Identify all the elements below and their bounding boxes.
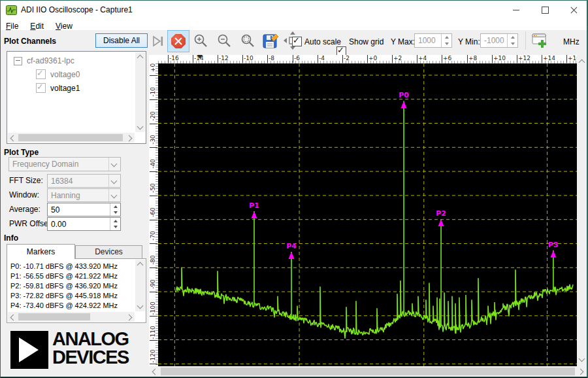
new-plot-icon <box>532 33 549 49</box>
y-max-spinner[interactable] <box>441 34 451 47</box>
disable-all-button[interactable]: Disable All <box>95 33 148 48</box>
window-combo[interactable]: Hanning <box>47 188 121 202</box>
marker-list-item[interactable]: P2: -59.81 dBFS @ 436.920 MHz <box>10 281 118 291</box>
spectrum-plot[interactable]: P0P1P2P3P4 <box>158 63 577 366</box>
markers-hscrollbar[interactable] <box>8 312 135 322</box>
y-axis-tick-label: -10 <box>150 82 157 102</box>
spectrum-trace <box>175 267 573 338</box>
y-axis-tick-label: -70 <box>150 226 157 246</box>
y-min-spinner[interactable] <box>507 34 517 47</box>
app-icon[interactable] <box>6 5 17 15</box>
adi-logo-triangle-icon <box>19 337 39 362</box>
marker-list-item[interactable]: P1: -56.55 dBFS @ 421.922 MHz <box>10 271 118 281</box>
y-axis-tick-label: -50 <box>150 179 157 198</box>
x-axis-tick-label: +4 <box>418 55 427 61</box>
marker-arrow-icon <box>438 219 444 226</box>
y-axis-tick-label: -90 <box>150 275 157 294</box>
plot-hscrollbar-thumb[interactable] <box>161 368 575 375</box>
x-axis-tick <box>492 55 493 63</box>
y-max-spinbox[interactable]: 1000 <box>414 33 452 48</box>
units-label: MHz <box>563 37 580 46</box>
stop-capture-button[interactable] <box>167 30 189 52</box>
marker-label: P1 <box>249 201 259 210</box>
tree-channel-row[interactable]: voltage1 <box>36 83 80 93</box>
y-axis-tick-label: -120 <box>150 347 157 366</box>
tree-expander-icon[interactable] <box>14 57 22 65</box>
x-axis-tick <box>367 55 368 63</box>
menu-edit[interactable]: Edit <box>24 21 50 32</box>
new-plot-button[interactable] <box>531 31 550 50</box>
x-axis-tick <box>267 55 268 63</box>
tree-channel-row[interactable]: voltage0 <box>36 69 80 79</box>
x-axis-tick-label: -6 <box>294 55 300 61</box>
close-icon <box>570 7 578 14</box>
markers-vscrollbar[interactable] <box>135 260 145 311</box>
y-axis-tick-label: -60 <box>150 203 157 222</box>
average-spin[interactable]: 50 <box>47 203 121 216</box>
x-axis-tick-label: -14 <box>194 55 204 61</box>
device-name: cf-ad9361-lpc <box>27 56 74 65</box>
marker-list[interactable]: P0: -10.71 dBFS @ 433.920 MHzP1: -56.55 … <box>10 262 118 311</box>
plot-type-value: Frequency Domain <box>12 160 78 169</box>
x-axis-tick-label: -2 <box>344 55 350 61</box>
auto-scale-checkbox[interactable] <box>292 37 302 46</box>
marker-list-item[interactable]: P0: -10.71 dBFS @ 433.920 MHz <box>10 262 118 271</box>
y-axis-tick-label: -40 <box>150 154 157 174</box>
x-axis-tick-label: -12 <box>219 55 229 61</box>
menu-view[interactable]: View <box>50 21 78 32</box>
x-axis-tick <box>542 55 542 63</box>
pwroffset-spin[interactable]: 0.00 <box>47 217 121 231</box>
plot-vscrollbar[interactable] <box>577 55 587 366</box>
channel-name: voltage1 <box>50 84 80 93</box>
adi-logo-line1: ANALOG <box>52 330 129 348</box>
minimize-button[interactable] <box>501 0 531 20</box>
window-title: ADI IIO Oscilloscope - Capture1 <box>21 5 133 14</box>
menu-bar: FileEditView <box>0 20 588 30</box>
tab-markers[interactable]: Markers <box>7 244 75 259</box>
field-value: 0.00 <box>51 220 66 229</box>
plot-x-axis: -16-14-12-10-8-6-4-2+0+2+4+6+8+10+12+14+… <box>149 55 577 63</box>
x-axis-tick <box>442 55 442 63</box>
field-label: PWR Offset: <box>9 219 52 228</box>
marker-list-item[interactable]: P3: -72.82 dBFS @ 445.918 MHz <box>10 291 118 301</box>
x-axis-tick <box>293 55 293 63</box>
y-axis-tick-label: -20 <box>150 107 157 126</box>
tree-device-row[interactable]: cf-ad9361-lpc <box>14 56 74 65</box>
spinner-buttons[interactable] <box>110 203 120 216</box>
info-header: Info <box>4 233 18 243</box>
x-axis-tick-label: -16 <box>169 55 179 61</box>
marker-list-item[interactable]: P4: -73.40 dBFS @ 424.922 MHz <box>10 301 118 311</box>
y-min-spinbox[interactable]: -1000 <box>480 33 518 48</box>
spinner-buttons[interactable] <box>110 218 120 230</box>
channel-checkbox[interactable] <box>36 69 46 79</box>
x-axis-tick-label: +2 <box>393 55 402 61</box>
plot-type-combo[interactable]: Frequency Domain <box>8 157 121 171</box>
maximize-button[interactable] <box>531 0 560 20</box>
marker-label: P3 <box>548 241 559 249</box>
x-axis-tick <box>517 55 517 63</box>
menu-file[interactable]: File <box>0 21 24 32</box>
combo-dropdown-icon <box>108 175 120 187</box>
y-max-value: 1000 <box>418 36 436 45</box>
stop-icon <box>171 34 186 48</box>
plot-hscrollbar[interactable] <box>149 366 587 377</box>
field-value: 50 <box>51 205 59 215</box>
x-axis-tick <box>318 55 318 63</box>
tree-vscrollbar[interactable] <box>135 52 145 132</box>
capture-play-button[interactable] <box>150 33 166 50</box>
tab-devices[interactable]: Devices <box>75 245 142 259</box>
adi-logo-mark <box>10 331 48 369</box>
save-button[interactable] <box>261 31 280 50</box>
zoom-in-button[interactable] <box>191 32 210 49</box>
x-axis-tick <box>168 55 169 63</box>
fftsize-combo[interactable]: 16384 <box>47 174 121 188</box>
zoom-fit-button[interactable] <box>238 32 257 49</box>
x-axis-tick <box>566 55 567 63</box>
channel-name: voltage0 <box>50 70 80 79</box>
x-axis-tick-label: -8 <box>269 55 274 61</box>
channel-checkbox[interactable] <box>36 83 46 93</box>
field-label: Window: <box>9 190 39 199</box>
close-button[interactable] <box>560 0 588 20</box>
tree-hscrollbar[interactable] <box>8 133 135 143</box>
zoom-out-button[interactable] <box>215 32 233 49</box>
